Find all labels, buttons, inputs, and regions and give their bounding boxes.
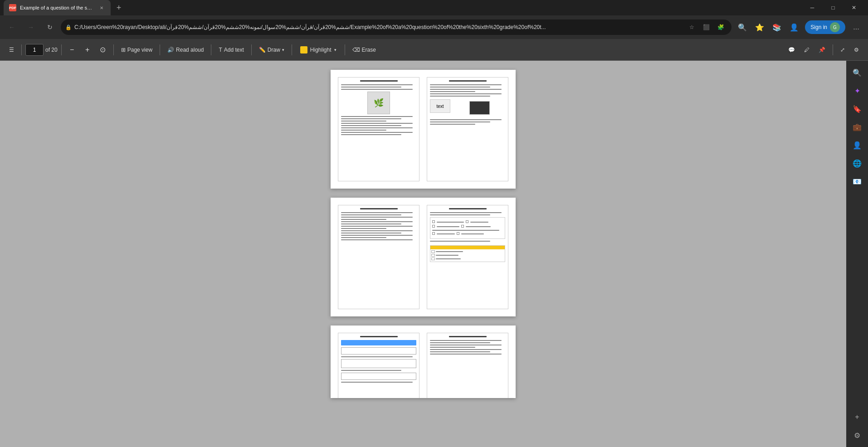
ink-button[interactable]: 🖊: [800, 43, 813, 57]
page-number-input[interactable]: [25, 44, 44, 56]
checkbox: [432, 232, 435, 235]
separator-2: [61, 44, 62, 55]
score-table: [430, 245, 505, 262]
active-tab[interactable]: PDF Example of a question of the sixt...…: [4, 0, 111, 15]
collections-icon[interactable]: 📚: [769, 19, 785, 35]
text-line: [437, 226, 459, 227]
add-text-label: Add text: [224, 47, 244, 53]
cell: [431, 254, 435, 257]
draw-button[interactable]: ✏️ Draw ▾: [255, 43, 288, 57]
comment-button[interactable]: 💬: [785, 43, 799, 57]
extension-icon[interactable]: 🧩: [714, 21, 727, 34]
refresh-button[interactable]: ↻: [42, 19, 58, 35]
text-line: [341, 123, 413, 124]
pdf-page-6[interactable]: [427, 333, 508, 398]
text-line: [341, 134, 401, 135]
sidebar-sparkle-icon[interactable]: ✦: [849, 83, 865, 99]
highlight-dropdown-icon: ▾: [334, 48, 336, 52]
table-rows: [430, 249, 505, 262]
text-line: [461, 233, 484, 234]
text-line: [341, 237, 386, 238]
text-line: [430, 93, 502, 94]
pdf-settings-button[interactable]: ⚙: [850, 43, 863, 57]
text-line: [341, 130, 386, 131]
page-view-button[interactable]: ⊞ Page view: [117, 43, 156, 57]
text-line: [430, 124, 475, 125]
sign-in-button[interactable]: Sign in G: [805, 20, 845, 34]
minimize-button[interactable]: ─: [802, 0, 823, 15]
address-bar-input[interactable]: 🔒 C:/Users/Green%20rayan/Desktop/ali/ششم…: [61, 19, 731, 35]
forward-button[interactable]: →: [23, 19, 39, 35]
text-line: [437, 222, 464, 223]
tab-close-btn[interactable]: ✕: [98, 4, 105, 11]
profile-icon[interactable]: 👤: [786, 19, 802, 35]
erase-button[interactable]: ⌫ Erase: [349, 43, 380, 57]
close-button[interactable]: ✕: [844, 0, 864, 15]
sidebar-briefcase-icon[interactable]: 💼: [849, 119, 865, 135]
sidebar-settings-icon[interactable]: ⚙: [849, 427, 865, 443]
text-line: [430, 345, 502, 345]
pdf-page-group-1: 🌿: [331, 70, 516, 189]
text-line: [466, 226, 491, 227]
text-line: [437, 233, 455, 234]
collection-icon[interactable]: ⬛: [700, 21, 712, 34]
back-button[interactable]: ←: [4, 19, 20, 35]
sidebar-search-icon[interactable]: 🔍: [849, 64, 865, 81]
search-sidebar-icon[interactable]: 🔍: [734, 19, 751, 35]
sidebar-person-icon[interactable]: 👤: [849, 137, 865, 153]
text-line: [341, 118, 401, 119]
fit-page-button[interactable]: ⊙: [96, 43, 110, 57]
zoom-in-button[interactable]: +: [81, 43, 94, 57]
expand-button[interactable]: ⤢: [837, 43, 848, 57]
sidebar-outlook-icon[interactable]: 📧: [849, 173, 865, 189]
text-line: [432, 230, 499, 231]
checkbox: [432, 220, 435, 223]
text-line: [341, 370, 401, 371]
sidebar-globe-icon[interactable]: 🌐: [849, 155, 865, 171]
sidebar-plus-icon[interactable]: +: [849, 409, 865, 425]
text-line: [341, 214, 401, 215]
address-icons: ☆ ⬛ 🧩: [685, 21, 727, 34]
text-line: [341, 356, 413, 357]
new-tab-button[interactable]: +: [112, 1, 125, 14]
pdf-viewer[interactable]: 🌿: [0, 61, 846, 447]
highlight-button[interactable]: Highlight ▾: [296, 43, 341, 57]
page-view-icon: ⊞: [121, 47, 126, 53]
text-line: [430, 212, 502, 213]
sidebar-bookmark-icon[interactable]: 🔖: [849, 101, 865, 117]
pdf-page-2[interactable]: text: [427, 77, 508, 181]
text-line: [360, 208, 398, 209]
text-line: [341, 239, 413, 240]
read-aloud-button[interactable]: 🔊 Read aloud: [164, 43, 207, 57]
text-line: [341, 235, 413, 236]
text-line: [430, 87, 490, 87]
sticker-button[interactable]: 📌: [815, 43, 829, 57]
zoom-out-button[interactable]: −: [65, 43, 79, 57]
form-area: [430, 217, 505, 239]
highlight-bar: [341, 340, 416, 345]
pdf-page-1[interactable]: 🌿: [338, 77, 419, 181]
pdf-page-3[interactable]: [338, 205, 419, 309]
cell: [431, 250, 435, 253]
more-options-button[interactable]: ...: [848, 19, 864, 35]
pdf-page-4[interactable]: [427, 205, 508, 309]
maximize-button[interactable]: □: [823, 0, 844, 15]
text-line: [449, 336, 487, 337]
sidebar-toggle-button[interactable]: ☰: [5, 43, 18, 57]
text-line: [360, 80, 398, 82]
separator-3: [113, 44, 114, 55]
pdf-page-5[interactable]: [338, 333, 419, 398]
add-text-icon: T: [219, 47, 222, 53]
text-line: [360, 336, 398, 337]
page-view-label: Page view: [127, 47, 152, 53]
text-line: [436, 251, 463, 252]
input-box: [341, 373, 416, 380]
add-text-button[interactable]: T Add text: [215, 43, 247, 57]
highlight-label: Highlight: [310, 47, 332, 53]
text-line: [430, 91, 475, 92]
favorites-icon[interactable]: ⭐: [751, 19, 768, 35]
star-icon[interactable]: ☆: [685, 21, 698, 34]
ink-icon: 🖊: [804, 47, 809, 53]
checkbox: [461, 225, 464, 228]
separator-5: [211, 44, 211, 55]
